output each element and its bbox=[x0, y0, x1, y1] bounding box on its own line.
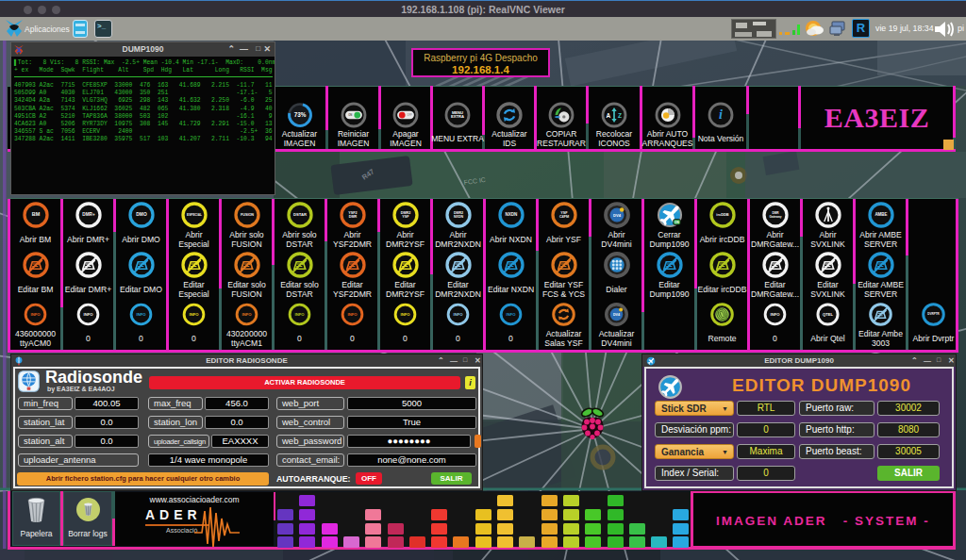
svg-text:NXDN: NXDN bbox=[505, 212, 517, 217]
svg-text:73%: 73% bbox=[293, 111, 306, 118]
svg-text:DV4: DV4 bbox=[613, 213, 622, 218]
svg-text:INFO: INFO bbox=[83, 312, 93, 317]
svg-text:ON: ON bbox=[675, 221, 679, 224]
svg-text:ircDDB: ircDDB bbox=[716, 212, 728, 217]
svg-text:DV4: DV4 bbox=[613, 313, 621, 317]
svg-text:A: A bbox=[607, 112, 611, 119]
svg-text:ESPECIAL: ESPECIAL bbox=[187, 213, 202, 217]
svg-text:INFO: INFO bbox=[189, 312, 199, 317]
svg-text:Z: Z bbox=[618, 112, 622, 119]
svg-text:INFO: INFO bbox=[242, 312, 252, 317]
svg-text:DMR+: DMR+ bbox=[82, 212, 95, 217]
svg-text:QTEL: QTEL bbox=[823, 312, 833, 317]
svg-text:DSTAR: DSTAR bbox=[292, 212, 306, 217]
svg-text:YSF: YSF bbox=[402, 215, 409, 219]
svg-text:INFO: INFO bbox=[136, 312, 146, 317]
svg-text:DMO: DMO bbox=[136, 212, 147, 217]
svg-text:NXDN: NXDN bbox=[453, 215, 462, 219]
svg-text:DVRPTR: DVRPTR bbox=[927, 312, 940, 316]
svg-text:Gateway: Gateway bbox=[769, 215, 781, 219]
svg-text:INFO: INFO bbox=[400, 312, 410, 317]
svg-text:OFF: OFF bbox=[408, 113, 413, 117]
svg-text:AMBE: AMBE bbox=[874, 212, 887, 217]
svg-text:FUSION: FUSION bbox=[240, 213, 253, 217]
svg-text:INFO: INFO bbox=[294, 312, 305, 317]
svg-text:INFO: INFO bbox=[30, 312, 41, 317]
svg-text:i: i bbox=[719, 107, 723, 122]
svg-text:EXTRA: EXTRA bbox=[451, 114, 464, 119]
svg-text:ON: ON bbox=[348, 113, 352, 117]
svg-text:DMR: DMR bbox=[348, 215, 357, 219]
svg-text:INFO: INFO bbox=[347, 312, 358, 317]
svg-text:INFO: INFO bbox=[506, 312, 516, 317]
svg-text:C4FM: C4FM bbox=[558, 215, 568, 219]
svg-text:BM: BM bbox=[31, 211, 40, 217]
svg-text:INFO: INFO bbox=[453, 312, 463, 317]
svg-text:INFO: INFO bbox=[770, 312, 780, 317]
